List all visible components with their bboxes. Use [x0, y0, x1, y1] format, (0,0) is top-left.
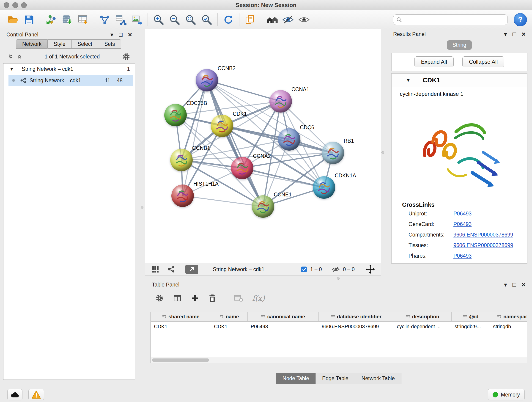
network-edge-HIST1H1A-CCNE1[interactable] [183, 196, 263, 206]
search-box[interactable] [393, 14, 508, 25]
column-header-shared-name[interactable]: shared name [151, 312, 211, 322]
move-crosshair-icon[interactable] [366, 265, 375, 274]
network-node-CDC25B[interactable] [164, 104, 187, 126]
crosslink-link[interactable]: P06493 [453, 253, 472, 259]
panel-close-icon[interactable]: × [128, 31, 132, 38]
gene-section-header[interactable]: ▼ CDK1 [392, 74, 527, 87]
network-node-CCNE1[interactable] [252, 195, 274, 218]
zoom-fit-button[interactable] [183, 12, 199, 28]
panel-float-icon[interactable]: □ [513, 282, 516, 288]
scrollbar-thumb[interactable] [152, 358, 209, 362]
network-node-CDK1[interactable] [211, 115, 233, 137]
expand-all-icon[interactable] [17, 54, 22, 60]
window-minimize-button[interactable] [12, 2, 18, 8]
birdseye-view-button[interactable] [185, 265, 198, 274]
string-results-tab[interactable]: String [447, 40, 472, 50]
export-image-button[interactable] [129, 12, 145, 28]
selected-checkbox-icon[interactable] [301, 266, 307, 273]
zoom-out-button[interactable] [167, 12, 183, 28]
network-node-CCNB1[interactable] [170, 149, 193, 171]
tab-edge-table[interactable]: Edge Table [316, 373, 355, 384]
warnings-button[interactable] [28, 389, 44, 400]
splitter-handle[interactable] [381, 151, 384, 154]
import-table-button[interactable] [75, 12, 91, 28]
tab-sets[interactable]: Sets [98, 39, 121, 49]
tree-caret-icon[interactable]: ▼ [9, 66, 14, 72]
zoom-in-icon [152, 14, 165, 26]
apply-layout-button[interactable] [220, 12, 236, 28]
tab-network[interactable]: Network [16, 39, 48, 49]
collapse-all-button[interactable]: Collapse All [462, 56, 504, 67]
panel-float-icon[interactable]: □ [513, 31, 516, 37]
section-caret-icon[interactable]: ▼ [406, 77, 411, 83]
home-button[interactable] [264, 12, 280, 28]
crosslink-link[interactable]: P06493 [453, 221, 472, 227]
protein-structure-image [415, 101, 504, 200]
panel-close-icon[interactable]: × [521, 31, 526, 38]
save-session-button[interactable] [21, 12, 37, 28]
delete-column-icon[interactable] [208, 294, 216, 303]
show-all-button[interactable] [296, 12, 312, 28]
tab-select[interactable]: Select [72, 39, 99, 49]
network-node-CCNA2[interactable] [231, 157, 253, 179]
window-zoom-button[interactable] [21, 2, 27, 8]
network-tools-button[interactable] [97, 12, 113, 28]
crosslink-label: Uniprot: [409, 211, 453, 217]
search-input[interactable] [404, 17, 505, 23]
panel-close-icon[interactable]: × [521, 281, 526, 288]
crosslink-link[interactable]: 9606.ENSP00000378699 [453, 242, 513, 249]
splitter-handle[interactable] [141, 206, 143, 209]
memory-button[interactable]: Memory [488, 389, 525, 400]
network-edge-CCNB2-HIST1H1A[interactable] [183, 80, 207, 196]
network-node-CCNB2[interactable] [196, 69, 218, 91]
gear-icon[interactable] [122, 52, 131, 61]
network-collection-row[interactable]: ▼ String Network – cdk1 1 [3, 64, 135, 75]
column-header-canonical-name[interactable]: canonical name [247, 312, 318, 322]
network-node-CDKN1A[interactable] [313, 176, 335, 199]
table-cell: stringdb [490, 322, 527, 332]
zoom-selected-button[interactable] [199, 12, 215, 28]
network-from-table-button[interactable] [113, 12, 129, 28]
network-node-CCNA1[interactable] [269, 90, 292, 113]
import-network-database-button[interactable] [59, 12, 75, 28]
panel-collapse-icon[interactable]: ▾ [110, 32, 114, 38]
panel-collapse-icon[interactable]: ▾ [504, 31, 507, 37]
copy-button[interactable] [242, 12, 258, 28]
column-header-name[interactable]: name [211, 312, 247, 322]
network-edge-CCNB2-CCNE1[interactable] [207, 80, 263, 206]
column-header-description[interactable]: description [394, 312, 451, 322]
import-network-icon [45, 14, 57, 26]
tab-node-table[interactable]: Node Table [276, 373, 316, 384]
open-session-button[interactable] [5, 12, 21, 28]
column-header-namespace[interactable]: namespace [490, 312, 527, 322]
status-bar: Memory [0, 387, 532, 402]
network-node-HIST1H1A[interactable] [171, 185, 194, 207]
help-button[interactable]: ? [514, 13, 527, 26]
table-row[interactable]: CDK1CDK1P064939606.ENSP00000378699cyclin… [151, 322, 527, 332]
grid-view-icon[interactable] [151, 265, 159, 274]
import-network-file-button[interactable] [43, 12, 59, 28]
network-canvas[interactable]: CCNB2CCNA1CDC25BCDK1CDC6RB1CCNB1CCNA2CDK… [145, 29, 381, 263]
show-columns-icon[interactable] [173, 294, 182, 303]
tab-style[interactable]: Style [48, 39, 71, 49]
hide-selected-button[interactable] [280, 12, 296, 28]
panel-collapse-icon[interactable]: ▾ [504, 282, 507, 288]
network-item-row[interactable]: String Network – cdk1 11 48 [8, 75, 133, 86]
window-close-button[interactable] [4, 2, 9, 8]
share-view-icon[interactable] [167, 265, 175, 273]
cloud-status-button[interactable] [7, 389, 22, 400]
column-header--id[interactable]: @id [451, 312, 490, 322]
network-node-CDC6[interactable] [278, 128, 300, 151]
add-column-icon[interactable] [191, 294, 199, 302]
column-header-database-identifier[interactable]: database identifier [318, 312, 394, 322]
zoom-in-button[interactable] [151, 12, 167, 28]
network-node-RB1[interactable] [322, 142, 344, 164]
collapse-all-icon[interactable] [8, 54, 14, 60]
table-settings-gear-icon[interactable] [155, 294, 164, 303]
expand-all-button[interactable]: Expand All [414, 56, 454, 67]
panel-float-icon[interactable]: □ [119, 32, 123, 38]
crosslink-link[interactable]: 9606.ENSP00000378699 [453, 232, 513, 238]
splitter-handle[interactable] [337, 277, 340, 280]
tab-network-table[interactable]: Network Table [355, 373, 401, 384]
crosslink-link[interactable]: P06493 [453, 211, 472, 217]
